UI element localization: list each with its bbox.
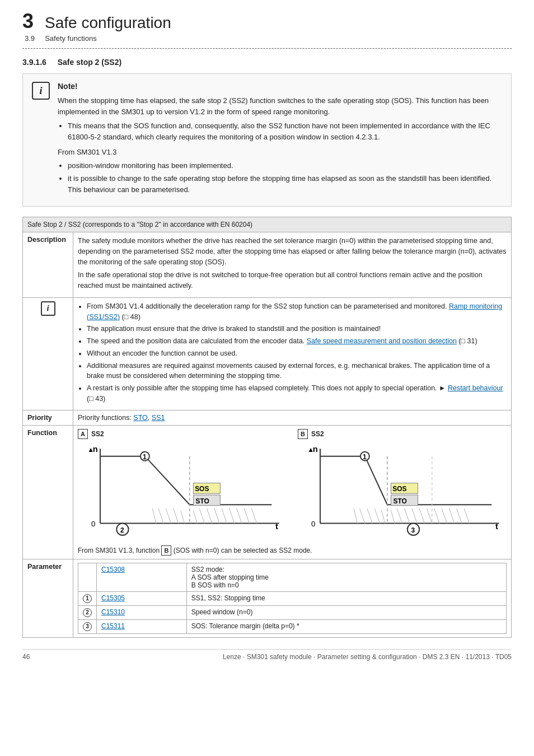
section-ref: 3.9 Safety functions — [22, 34, 512, 43]
diagram-a-label: A SS2 — [78, 429, 287, 439]
svg-line-22 — [214, 508, 219, 523]
info-bullet5: Additional measures are required against… — [87, 361, 507, 382]
param-c15308-a: A SOS after stopping time — [191, 573, 269, 581]
table-row-info: i From SM301 V1.4 additionally the decel… — [23, 297, 512, 410]
info-bullet3: The speed and the position data are calc… — [87, 336, 507, 347]
svg-line-16 — [166, 508, 171, 523]
info-content: From SM301 V1.4 additionally the deceler… — [73, 297, 512, 410]
desc-para1: The safety module monitors whether the d… — [78, 236, 507, 267]
diagrams-row: A SS2 n ▲ t 0 — [78, 429, 507, 540]
diagram-b-svg: n ▲ t 0 1 — [298, 441, 507, 538]
param-row-2: 2 C15310 Speed window (n=0) — [78, 605, 507, 619]
note-bullet2: position-window monitoring has been impl… — [68, 160, 502, 171]
parameter-content: C15308 SS2 mode: A SOS after stopping ti… — [73, 559, 512, 637]
param3-desc: SOS: Tolerance margin (delta p=0) * — [186, 619, 506, 633]
svg-text:1: 1 — [143, 452, 147, 460]
info-bullet1: From SM301 V1.4 additionally the deceler… — [87, 301, 507, 323]
param3-code: C15311 — [97, 619, 187, 633]
safe-speed-link[interactable]: Safe speed measurement and position dete… — [307, 337, 457, 345]
svg-line-27 — [251, 508, 256, 523]
note-from-label: From SM301 V1.3 — [58, 147, 502, 158]
ss1-link[interactable]: SS1 — [152, 414, 165, 422]
restart-behaviour-link[interactable]: Restart behaviour — [448, 384, 503, 392]
svg-line-57 — [442, 508, 447, 523]
note-para1: When the stopping time has elapsed, the … — [58, 95, 502, 117]
svg-line-45 — [354, 508, 358, 523]
function-content: A SS2 n ▲ t 0 — [73, 425, 512, 559]
note-title: Note! — [58, 82, 502, 91]
circle-3: 3 — [83, 622, 92, 631]
svg-line-14 — [152, 508, 156, 523]
note-bullet1: This means that the SOS function and, co… — [68, 120, 502, 142]
badge-b-caption: B — [161, 545, 171, 556]
param2-desc: Speed window (n=0) — [186, 605, 506, 619]
param1-desc: SS1, SS2: Stopping time — [186, 591, 506, 605]
chapter-title: Safe configuration — [45, 14, 171, 32]
subsection-title: 3.9.1.6 Safe stop 2 (SS2) — [22, 58, 512, 67]
svg-text:SOS: SOS — [195, 485, 209, 493]
description-label: Description — [23, 232, 73, 298]
param2-code: C15310 — [97, 605, 187, 619]
diagram-caption: From SM301 V1.3, function B (SOS with n=… — [78, 545, 507, 556]
diagram-a: A SS2 n ▲ t 0 — [78, 429, 287, 540]
svg-line-23 — [222, 508, 227, 523]
table-header-cell: Safe Stop 2 / SS2 (corresponds to a "Sto… — [23, 217, 512, 232]
svg-line-46 — [360, 508, 365, 523]
doc-ref: Lenze · SM301 safety module · Parameter … — [223, 653, 512, 661]
svg-line-50 — [391, 510, 395, 523]
svg-text:2: 2 — [120, 526, 124, 534]
parameter-label: Parameter — [23, 559, 73, 637]
param-row-1: 1 C15305 SS1, SS2: Stopping time — [78, 591, 507, 605]
svg-line-18 — [181, 510, 185, 523]
svg-line-56 — [434, 508, 439, 523]
circle-2: 2 — [83, 608, 92, 617]
svg-line-25 — [237, 508, 242, 523]
info-list: From SM301 V1.4 additionally the deceler… — [87, 301, 507, 404]
param-c15308-desc: SS2 mode: A SOS after stopping time B SO… — [186, 563, 506, 591]
note-bullet3: it is possible to change to the safe ope… — [68, 173, 502, 195]
svg-line-26 — [244, 508, 249, 523]
svg-text:STO: STO — [195, 497, 209, 505]
param-c15308-code: C15308 — [97, 563, 187, 591]
svg-line-47 — [367, 508, 372, 523]
c15308-link[interactable]: C15308 — [101, 566, 125, 573]
table-header-row: Safe Stop 2 / SS2 (corresponds to a "Sto… — [23, 217, 512, 232]
note-icon: i — [32, 82, 50, 100]
badge-a: A — [78, 429, 88, 439]
page-footer: 46 Lenze · SM301 safety module · Paramet… — [22, 649, 512, 661]
diagram-b-label: B SS2 — [298, 429, 507, 439]
section-divider — [22, 48, 512, 49]
svg-line-48 — [374, 508, 380, 523]
svg-line-58 — [449, 508, 454, 523]
svg-line-53 — [412, 508, 417, 523]
note-box: i Note! When the stopping time has elaps… — [22, 73, 512, 207]
c15310-link[interactable]: C15310 — [101, 608, 125, 616]
svg-line-17 — [174, 508, 179, 523]
c15311-link[interactable]: C15311 — [101, 622, 125, 630]
page-header: 3 Safe configuration — [22, 11, 512, 32]
svg-line-59 — [457, 508, 462, 523]
svg-line-60 — [464, 508, 469, 523]
circle-1: 1 — [83, 594, 92, 603]
param1-code: C15305 — [97, 591, 187, 605]
svg-line-49 — [381, 510, 385, 523]
table-row-priority: Priority Priority functions: STO, SS1 — [23, 410, 512, 425]
priority-content: Priority functions: STO, SS1 — [73, 410, 512, 425]
svg-text:t: t — [495, 522, 498, 531]
param2-num: 2 — [78, 605, 97, 619]
table-row-function: Function A SS2 n ▲ — [23, 425, 512, 559]
svg-line-15 — [158, 508, 163, 523]
info-icon-small: i — [41, 301, 55, 316]
svg-text:0: 0 — [311, 519, 315, 528]
sto-link[interactable]: STO — [133, 414, 147, 422]
info-bullet6: A restart is only possible after the sto… — [87, 383, 507, 404]
svg-line-54 — [419, 508, 424, 523]
svg-text:0: 0 — [91, 519, 95, 528]
param-c15308-b: B SOS with n=0 — [191, 581, 239, 589]
svg-text:▲: ▲ — [87, 445, 94, 453]
param1-num: 1 — [78, 591, 97, 605]
param-row-3: 3 C15311 SOS: Tolerance margin (delta p=… — [78, 619, 507, 633]
desc-para2: In the safe operational stop the drive i… — [78, 270, 507, 291]
c15305-link[interactable]: C15305 — [101, 594, 125, 602]
main-table: Safe Stop 2 / SS2 (corresponds to a "Sto… — [22, 217, 512, 638]
